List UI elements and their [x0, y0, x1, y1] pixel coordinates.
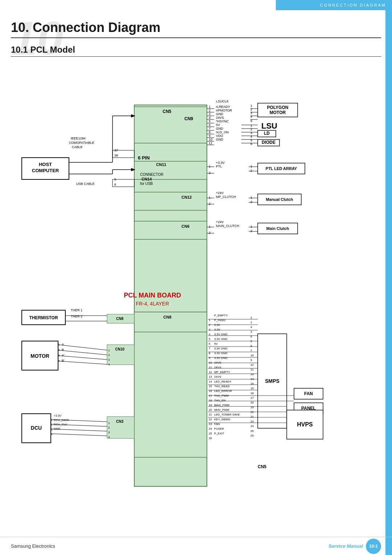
svg-text:2: 2 [108, 353, 110, 357]
svg-text:CN5: CN5 [258, 464, 266, 469]
svg-text:LSUCLK: LSUCLK [216, 100, 229, 103]
svg-text:2: 2 [250, 200, 252, 204]
svg-text:21: 21 [250, 415, 254, 418]
svg-text:2: 2 [209, 231, 211, 235]
svg-text:1: 1 [209, 225, 211, 228]
svg-text:HVPS: HVPS [297, 421, 313, 428]
svg-line-254 [58, 361, 107, 364]
svg-text:CN3: CN3 [116, 420, 123, 424]
svg-text:23: 23 [250, 425, 254, 428]
svg-text:1: 1 [250, 124, 252, 127]
svg-text:A: A [62, 343, 64, 346]
svg-text:24VS: 24VS [214, 366, 221, 369]
svg-text:3: 3 [58, 354, 60, 357]
svg-text:P_EXIT: P_EXIT [214, 432, 224, 435]
footer: Samsung Electronics Service Manual 10-1 [0, 537, 392, 555]
svg-text:24VS: 24VS [214, 375, 221, 378]
svg-text:1: 1 [209, 319, 211, 322]
svg-text:8: 8 [250, 344, 252, 348]
svg-text:CONNECTOR: CONNECTOR [140, 173, 163, 177]
svg-text:*HSYNC: *HSYNC [216, 119, 229, 123]
svg-text:THER 2: THER 2 [71, 315, 82, 318]
main-title: 10. Connection Diagram [11, 20, 381, 38]
svg-text:1: 1 [250, 104, 252, 108]
svg-text:3.3V GND: 3.3V GND [214, 337, 228, 341]
svg-text:16: 16 [209, 389, 212, 393]
svg-text:1: 1 [58, 343, 60, 346]
svg-text:COMOPATIABLE: COMOPATIABLE [69, 141, 94, 145]
svg-text:24VS: 24VS [214, 361, 221, 364]
svg-text:CN8: CN8 [116, 317, 123, 321]
svg-text:15: 15 [250, 387, 254, 390]
svg-text:DIODE: DIODE [262, 140, 275, 145]
svg-text:3.3V: 3.3V [214, 328, 220, 331]
svg-text:PCL MAIN BOARD: PCL MAIN BOARD [124, 292, 181, 299]
svg-text:4: 4 [250, 135, 252, 138]
footer-brand: Samsung Electronics [11, 543, 55, 549]
svg-text:1: 1 [51, 418, 53, 422]
svg-rect-87 [134, 192, 207, 210]
svg-text:25: 25 [209, 432, 212, 435]
svg-text:10: 10 [209, 361, 212, 364]
svg-text:P_FEED: P_FEED [214, 319, 225, 322]
svg-text:3: 3 [108, 358, 110, 361]
svg-text:PTL LED ARRAY: PTL LED ARRAY [266, 166, 297, 171]
svg-text:6: 6 [114, 183, 116, 186]
svg-text:GND: GND [216, 138, 224, 141]
svg-text:2: 2 [209, 171, 211, 175]
top-bar: CONNECTION DIAGRAM [276, 0, 392, 10]
svg-text:15: 15 [209, 385, 212, 388]
svg-text:LED_ERROR: LED_ERROR [214, 389, 232, 393]
svg-text:6: 6 [250, 142, 252, 146]
top-bar-label: CONNECTION DIAGRAM [320, 3, 386, 7]
svg-text:7: 7 [209, 347, 211, 350]
svg-text:B: B [62, 348, 64, 352]
svg-rect-115 [134, 312, 207, 457]
svg-text:3: 3 [51, 428, 53, 431]
svg-text:GND: GND [216, 112, 224, 116]
svg-text:20: 20 [250, 401, 254, 404]
svg-text:2: 2 [250, 229, 252, 233]
svg-text:MAIN_CLUTCH: MAIN_CLUTCH [216, 224, 239, 228]
sub-title: 10.1 PCL Model [11, 45, 381, 57]
svg-text:6 PIN: 6 PIN [138, 155, 150, 161]
svg-text:MP_CLUTCH: MP_CLUTCH [216, 195, 236, 199]
svg-text:9: 9 [250, 358, 252, 362]
svg-text:+3.3V: +3.3V [54, 414, 62, 417]
svg-text:CN10: CN10 [115, 347, 124, 351]
svg-text:2: 2 [209, 323, 211, 327]
svg-text:KEY_DEMO: KEY_DEMO [214, 418, 230, 421]
svg-text:CN11: CN11 [156, 162, 166, 167]
svg-text:CN6: CN6 [181, 224, 189, 228]
svg-text:for USB: for USB [140, 182, 153, 186]
svg-text:3: 3 [108, 431, 110, 434]
svg-text:5: 5 [250, 340, 252, 343]
svg-text:1: 1 [250, 321, 252, 324]
svg-text:3.3V GND: 3.3V GND [214, 356, 228, 360]
svg-text:10: 10 [209, 138, 212, 141]
svg-text:16: 16 [250, 382, 254, 385]
svg-text:FUSER: FUSER [214, 427, 224, 430]
svg-text:2: 2 [108, 426, 110, 429]
svg-text:+3.3V: +3.3V [216, 161, 225, 165]
svg-text:3.3V GND: 3.3V GND [214, 347, 228, 350]
svg-text:3: 3 [250, 330, 252, 333]
svg-text:11: 11 [209, 141, 212, 145]
svg-text:22: 22 [209, 418, 212, 421]
svg-text:1: 1 [209, 105, 211, 109]
svg-text:CN12: CN12 [181, 195, 192, 199]
svg-text:LSU: LSU [261, 121, 277, 130]
svg-text:1: 1 [209, 196, 211, 199]
svg-text:PTL: PTL [216, 165, 222, 168]
svg-text:10: 10 [250, 354, 254, 357]
svg-text:1: 1 [250, 196, 252, 199]
svg-text:THV_PWM: THV_PWM [214, 394, 229, 397]
svg-text:4: 4 [51, 433, 53, 436]
svg-text:IEEE1284: IEEE1284 [71, 137, 86, 140]
svg-text:DCU: DCU [31, 425, 42, 431]
svg-text:4: 4 [108, 363, 110, 366]
svg-text:+24V: +24V [216, 220, 224, 224]
svg-text:17: 17 [209, 394, 212, 397]
svg-line-251 [58, 345, 107, 350]
svg-text:5V: 5V [216, 123, 220, 127]
